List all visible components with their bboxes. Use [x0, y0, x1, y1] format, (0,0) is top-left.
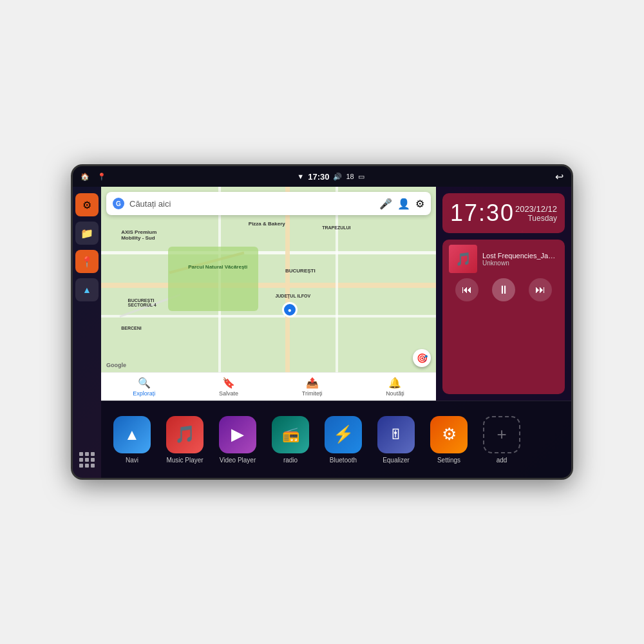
music-player-icon: 🎵: [175, 424, 195, 444]
map-container[interactable]: AXIS PremiumMobility - Sud Pizza & Baker…: [101, 187, 436, 401]
clock-date-main: 2023/12/12: [515, 204, 557, 214]
app-radio[interactable]: 📻 radio: [266, 416, 315, 464]
settings-icon-bg: ⚙: [430, 416, 468, 453]
sidebar-item-apps[interactable]: [75, 448, 99, 471]
music-artist: Unknown: [482, 260, 558, 267]
signal-icon: ▼: [297, 173, 304, 180]
map-search-input[interactable]: Căutați aici: [129, 199, 374, 209]
clock-widget: 17:30 2023/12/12 Tuesday: [442, 193, 565, 233]
bluetooth-icon: ⚡: [333, 424, 354, 444]
bluetooth-label: Bluetooth: [330, 457, 357, 464]
video-player-icon-bg: ▶: [219, 416, 256, 453]
map-tab-explore-label: Explorați: [133, 390, 155, 397]
back-icon[interactable]: ↩: [555, 171, 564, 183]
map-tab-send-label: Trimiteți: [302, 390, 323, 397]
app-navi[interactable]: ▲ Navi: [108, 416, 156, 464]
add-label: add: [497, 457, 507, 464]
news-icon: 🔔: [388, 377, 401, 389]
app-video-player[interactable]: ▶ Video Player: [213, 416, 262, 464]
map-menu-icon[interactable]: ⚙: [415, 198, 424, 210]
maps-logo: G: [113, 198, 124, 209]
map-account-icon[interactable]: 👤: [397, 198, 410, 210]
next-button[interactable]: ⏭: [529, 278, 552, 301]
album-art-icon: 🎵: [455, 251, 471, 267]
map-tab-send[interactable]: 📤 Trimiteți: [302, 377, 323, 397]
music-title: Lost Frequencies_Janie...: [482, 252, 558, 260]
add-icon-bg: +: [483, 416, 520, 453]
equalizer-icon: 🎚: [389, 426, 403, 443]
location-icon: 📍: [80, 256, 93, 268]
clock-date-day: Tuesday: [515, 214, 557, 223]
content-area: AXIS PremiumMobility - Sud Pizza & Baker…: [101, 187, 571, 478]
music-info: 🎵 Lost Frequencies_Janie... Unknown: [449, 245, 558, 273]
explore-icon: 🔍: [138, 377, 151, 389]
music-widget: 🎵 Lost Frequencies_Janie... Unknown ⏮ ⏸ …: [442, 240, 565, 394]
app-equalizer[interactable]: 🎚 Equalizer: [372, 416, 421, 464]
map-tab-saved-label: Salvate: [219, 390, 238, 397]
radio-icon-bg: 📻: [272, 416, 309, 453]
maps-icon[interactable]: 📍: [97, 173, 106, 181]
music-player-icon-bg: 🎵: [166, 416, 204, 453]
equalizer-label: Equalizer: [383, 457, 410, 464]
navi-label: Navi: [126, 457, 138, 464]
sidebar-item-settings[interactable]: ⚙: [75, 193, 99, 216]
map-tab-explore[interactable]: 🔍 Explorați: [133, 377, 155, 397]
app-music-player[interactable]: 🎵 Music Player: [160, 416, 209, 464]
sidebar-item-files[interactable]: 📁: [75, 222, 99, 245]
info-panel: 17:30 2023/12/12 Tuesday 🎵: [436, 187, 571, 401]
add-icon: +: [497, 424, 506, 444]
video-player-icon: ▶: [231, 424, 244, 444]
status-left-icons: 🏠 📍: [80, 173, 106, 181]
map-visual: AXIS PremiumMobility - Sud Pizza & Baker…: [101, 187, 436, 401]
map-voice-icon[interactable]: 🎤: [379, 198, 392, 210]
navi-icon: ▲: [124, 426, 140, 444]
gear-icon: ⚙: [82, 199, 91, 211]
status-time: 17:30: [308, 172, 329, 182]
home-icon[interactable]: 🏠: [80, 173, 90, 181]
left-sidebar: ⚙ 📁 📍 ▲: [73, 187, 101, 478]
map-tab-news-label: Noutăți: [386, 390, 404, 397]
music-player-label: Music Player: [166, 457, 203, 464]
nav-icon: ▲: [82, 285, 91, 295]
settings-label: Settings: [437, 457, 460, 464]
clock-date: 2023/12/12 Tuesday: [515, 204, 557, 223]
prev-button[interactable]: ⏮: [455, 278, 478, 301]
status-right: ↩: [555, 171, 564, 183]
send-icon: 📤: [306, 377, 319, 389]
video-player-label: Video Player: [220, 457, 256, 464]
map-tab-saved[interactable]: 🔖 Salvate: [219, 377, 238, 397]
navi-icon-bg: ▲: [113, 416, 151, 453]
bluetooth-icon-bg: ⚡: [325, 416, 362, 453]
music-meta: Lost Frequencies_Janie... Unknown: [482, 252, 558, 267]
music-controls: ⏮ ⏸ ⏭: [449, 278, 558, 301]
clock-time: 17:30: [450, 200, 515, 227]
sidebar-item-navi[interactable]: ▲: [75, 278, 99, 301]
equalizer-icon-bg: 🎚: [377, 416, 415, 453]
battery-level: 18: [346, 173, 354, 180]
main-screen: ⚙ 📁 📍 ▲: [73, 187, 571, 478]
status-bar: 🏠 📍 ▼ 17:30 🔊 18 ▭ ↩: [73, 166, 571, 187]
pause-button[interactable]: ⏸: [492, 278, 515, 301]
top-row: AXIS PremiumMobility - Sud Pizza & Baker…: [101, 187, 571, 401]
sidebar-item-maps[interactable]: 📍: [75, 250, 99, 273]
folder-icon: 📁: [80, 227, 93, 240]
volume-icon: 🔊: [333, 173, 342, 181]
app-grid: ▲ Navi 🎵 Music Player ▶ Video Player: [101, 401, 571, 478]
radio-label: radio: [283, 457, 298, 464]
radio-icon: 📻: [282, 426, 299, 443]
map-bottom-tabs: 🔍 Explorați 🔖 Salvate 📤 Trimiteți �: [101, 372, 436, 401]
map-tab-news[interactable]: 🔔 Noutăți: [386, 377, 404, 397]
car-head-unit: 🏠 📍 ▼ 17:30 🔊 18 ▭ ↩ ⚙: [71, 164, 573, 480]
map-search-bar[interactable]: G Căutați aici 🎤 👤 ⚙: [106, 192, 431, 215]
saved-icon: 🔖: [222, 377, 235, 389]
album-art: 🎵: [449, 245, 477, 273]
app-add[interactable]: + add: [477, 416, 526, 464]
battery-icon: ▭: [358, 173, 365, 181]
app-settings[interactable]: ⚙ Settings: [424, 416, 473, 464]
app-bluetooth[interactable]: ⚡ Bluetooth: [319, 416, 368, 464]
status-center: ▼ 17:30 🔊 18 ▭: [297, 172, 364, 182]
settings-icon: ⚙: [442, 424, 457, 444]
grid-dots-icon: [79, 452, 95, 468]
